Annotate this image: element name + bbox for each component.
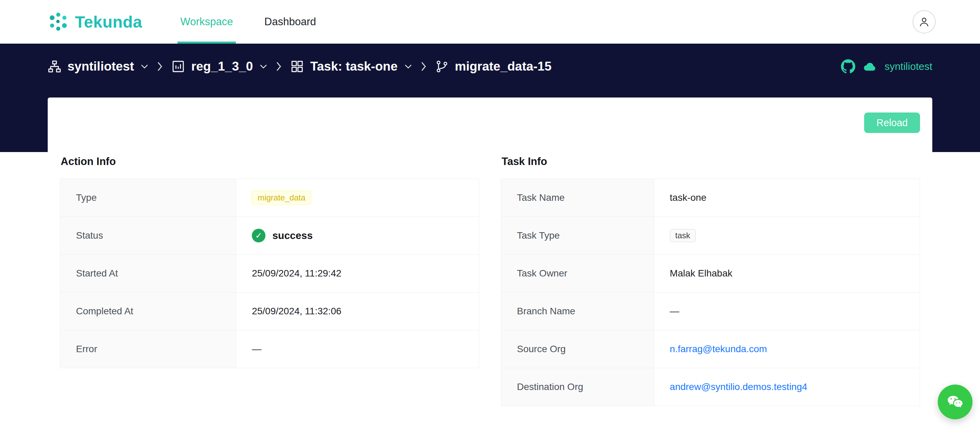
project-icon (172, 60, 185, 73)
reload-button[interactable]: Reload (864, 113, 920, 133)
tab-dashboard[interactable]: Dashboard (262, 0, 319, 44)
row-label: Error (60, 330, 236, 368)
table-row: Completed At 25/09/2024, 11:32:06 (60, 293, 479, 330)
breadcrumb-release-dropdown[interactable]: reg_1_3_0 (172, 59, 267, 73)
logo: Tekunda (48, 11, 142, 32)
table-row: Error — (60, 330, 479, 368)
org-connection: syntiliotest (841, 59, 932, 73)
table-row: Task Name task-one (501, 179, 920, 217)
breadcrumb-separator-icon (421, 62, 426, 71)
action-info-table: Type migrate_data Status ✓ success (60, 178, 479, 368)
logo-text: Tekunda (75, 13, 142, 31)
cloud-icon (863, 59, 877, 73)
source-org-link[interactable]: n.farrag@tekunda.com (670, 344, 767, 354)
breadcrumb-separator-icon (276, 62, 282, 71)
wechat-icon (945, 392, 965, 412)
breadcrumb-workspace-label: syntiliotest (67, 59, 134, 73)
connected-org-label[interactable]: syntiliotest (885, 61, 932, 72)
error-value: — (236, 330, 479, 368)
tab-workspace-label: Workspace (180, 16, 233, 28)
row-label: Task Type (501, 217, 654, 255)
row-label: Task Name (501, 179, 654, 217)
task-type-badge: task (670, 229, 696, 242)
chevron-down-icon (141, 64, 148, 69)
table-row: Source Org n.farrag@tekunda.com (501, 330, 920, 368)
row-label: Destination Org (501, 368, 654, 406)
tab-workspace[interactable]: Workspace (178, 0, 236, 44)
row-label: Completed At (60, 293, 236, 330)
breadcrumb-workspace-dropdown[interactable]: syntiliotest (48, 59, 148, 73)
task-info-table: Task Name task-one Task Type task Task O… (501, 178, 920, 406)
action-type-badge: migrate_data (252, 191, 311, 205)
task-info-title: Task Info (501, 155, 920, 168)
completed-at-value: 25/09/2024, 11:32:06 (236, 293, 479, 330)
chevron-down-icon (260, 64, 267, 69)
github-icon[interactable] (841, 59, 855, 73)
chevron-down-icon (404, 64, 412, 69)
row-label: Status (60, 217, 236, 255)
grid-icon (290, 60, 304, 73)
chat-support-button[interactable] (938, 384, 972, 419)
row-label: Task Owner (501, 255, 654, 293)
table-row: Started At 25/09/2024, 11:29:42 (60, 255, 479, 293)
table-row: Destination Org andrew@syntilio.demos.te… (501, 368, 920, 406)
row-label: Started At (60, 255, 236, 293)
row-label: Branch Name (501, 293, 654, 330)
breadcrumb-task-label: Task: task-one (310, 59, 397, 73)
card-toolbar: Reload (60, 113, 920, 133)
main-nav: Workspace Dashboard (178, 0, 345, 44)
table-row: Branch Name — (501, 293, 920, 330)
table-row: Status ✓ success (60, 217, 479, 255)
row-label: Type (60, 179, 236, 217)
success-check-icon: ✓ (252, 229, 266, 242)
task-info-section: Task Info Task Name task-one Task Type t… (501, 155, 920, 406)
breadcrumb-action-current: migrate_data-15 (435, 59, 552, 73)
table-row: Task Owner Malak Elhabak (501, 255, 920, 293)
tab-dashboard-label: Dashboard (264, 16, 316, 28)
destination-org-link[interactable]: andrew@syntilio.demos.testing4 (670, 381, 808, 392)
status-value: ✓ success (252, 229, 463, 242)
started-at-value: 25/09/2024, 11:29:42 (236, 255, 479, 293)
breadcrumb: syntiliotest reg_1_3_0 (48, 44, 932, 73)
logo-dots-icon (48, 11, 68, 32)
table-row: Task Type task (501, 217, 920, 255)
action-info-section: Action Info Type migrate_data Status (60, 155, 479, 406)
user-avatar-button[interactable] (913, 10, 936, 33)
action-info-title: Action Info (60, 155, 479, 168)
user-icon (918, 16, 930, 28)
git-branch-icon (435, 60, 449, 73)
task-name-value: task-one (654, 179, 920, 217)
breadcrumb-task-dropdown[interactable]: Task: task-one (290, 59, 412, 73)
status-text: success (272, 230, 312, 241)
sitemap-icon (48, 60, 61, 73)
task-owner-value: Malak Elhabak (654, 255, 920, 293)
breadcrumb-separator-icon (157, 62, 162, 71)
detail-card: Reload Action Info Type migrate_data Sta… (48, 97, 932, 422)
row-label: Source Org (501, 330, 654, 368)
breadcrumb-action-label: migrate_data-15 (455, 59, 552, 73)
top-navbar: Tekunda Workspace Dashboard (0, 0, 980, 44)
breadcrumb-release-label: reg_1_3_0 (191, 59, 253, 73)
branch-name-value: — (654, 293, 920, 330)
table-row: Type migrate_data (60, 179, 479, 217)
